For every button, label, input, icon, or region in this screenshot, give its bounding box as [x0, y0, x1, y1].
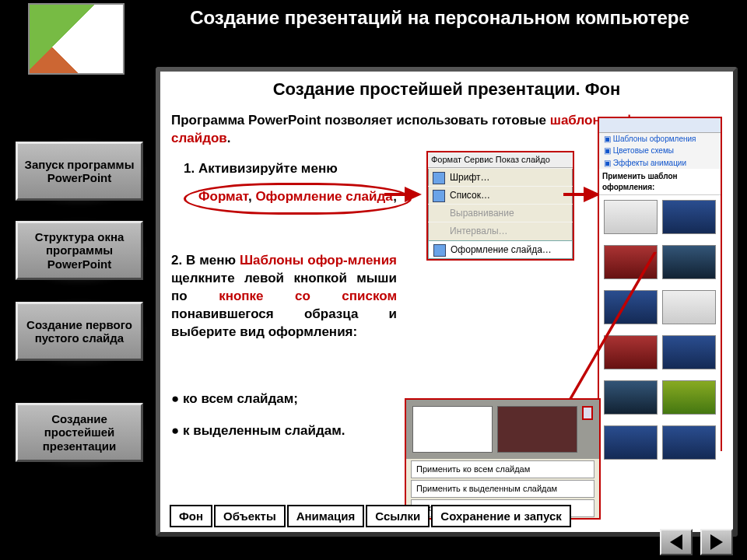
- menu-item-font: Шрифт…: [428, 168, 573, 186]
- templates-thumbnails: [599, 195, 721, 471]
- step1-label: Активизируйте меню: [198, 161, 338, 176]
- step2-red2: кнопке со списком: [219, 289, 397, 303]
- tab-objects[interactable]: Объекты: [214, 505, 286, 527]
- bookworm-logo: [30, 5, 123, 73]
- step1-number: 1.: [184, 161, 195, 176]
- dropdown-handle: [582, 406, 593, 420]
- bullet-selected-slides: ● к выделенным слайдам.: [171, 422, 397, 440]
- popup-apply-all: Применить ко всем слайдам: [411, 460, 594, 478]
- step1-comma: ,: [248, 189, 255, 204]
- triangle-right-icon: [710, 534, 723, 550]
- bullet-all-slides: ● ко всем слайдам;: [171, 390, 397, 408]
- intro-plain: Программа PowerPoint позволяет использов…: [171, 113, 550, 128]
- step1-red2: Оформление слайда: [255, 189, 392, 204]
- content-title: Создание простейшей презентации. Фон: [160, 72, 733, 104]
- templates-caption: Применить шаблон оформления:: [599, 169, 721, 195]
- templates-panel-screenshot: ▣ Шаблоны оформления ▣ Цветовые схемы ▣ …: [598, 117, 722, 451]
- step2-red1: Шаблоны офор-мления: [240, 253, 397, 268]
- nav-simple-presentation[interactable]: Создание простейшей презентации: [16, 403, 143, 462]
- next-page-button[interactable]: [700, 529, 733, 555]
- bottom-tabs: Фон Объекты Анимация Ссылки Сохранение и…: [170, 505, 571, 527]
- triangle-left-icon: [670, 534, 682, 550]
- content-body: Программа PowerPoint позволяет использов…: [171, 112, 727, 496]
- preview-thumb: [412, 406, 493, 453]
- templates-line1: ▣ Шаблоны оформления: [599, 133, 721, 145]
- bullets: ● ко всем слайдам; ● к выделенным слайда…: [171, 390, 397, 454]
- templates-head: [599, 118, 721, 133]
- nav-window-structure[interactable]: Структура окна программы PowerPoint: [16, 221, 143, 280]
- tab-links[interactable]: Ссылки: [366, 505, 430, 527]
- step1: 1. Активизируйте меню Формат, Оформление…: [184, 160, 417, 215]
- templates-line3: ▣ Эффекты анимации: [599, 157, 721, 170]
- menu-item-list: Список…: [428, 186, 573, 204]
- arrow-icon: [405, 187, 422, 202]
- tab-save-run[interactable]: Сохранение и запуск: [431, 505, 571, 527]
- step2-c: понавившегося образца и выберите вид офо…: [171, 306, 397, 339]
- step2: 2. В меню Шаблоны офор-мления щелкните л…: [171, 252, 397, 341]
- format-menu-screenshot: Формат Сервис Показ слайдо Шрифт… Список…: [426, 151, 574, 261]
- step1-red1: Формат: [198, 189, 248, 204]
- logo-frame: [28, 3, 124, 75]
- popup-apply-selected: Применить к выделенным слайдам: [411, 480, 594, 498]
- menu-item-spacing: Интервалы…: [428, 222, 573, 240]
- preview-thumb: [497, 406, 577, 453]
- step1-highlight: Формат, Оформление слайда;: [184, 183, 412, 215]
- step2-a: 2. В меню: [171, 253, 240, 268]
- nav-first-slide[interactable]: Создание первого пустого слайда: [16, 302, 143, 361]
- page-nav: [660, 529, 733, 555]
- apply-popup-screenshot: Применить ко всем слайдам Применить к вы…: [405, 398, 601, 520]
- intro-tail: .: [227, 131, 231, 145]
- menu-item-slide-design: Оформление слайда…: [428, 240, 573, 259]
- nav-launch-powerpoint[interactable]: Запуск программы PowerPoint: [16, 142, 143, 201]
- tab-background[interactable]: Фон: [170, 505, 212, 527]
- menu-item-align: Выравнивание: [428, 204, 573, 222]
- content-frame: Создание простейшей презентации. Фон Про…: [156, 67, 738, 537]
- templates-line2: ▣ Цветовые схемы: [599, 145, 721, 157]
- tab-animation[interactable]: Анимация: [287, 505, 365, 527]
- prev-page-button[interactable]: [660, 529, 693, 555]
- format-menu-tabs: Формат Сервис Показ слайдо: [428, 152, 573, 168]
- step1-semi: ;: [393, 189, 398, 204]
- page-title: Создание презентаций на персональном ком…: [148, 6, 731, 30]
